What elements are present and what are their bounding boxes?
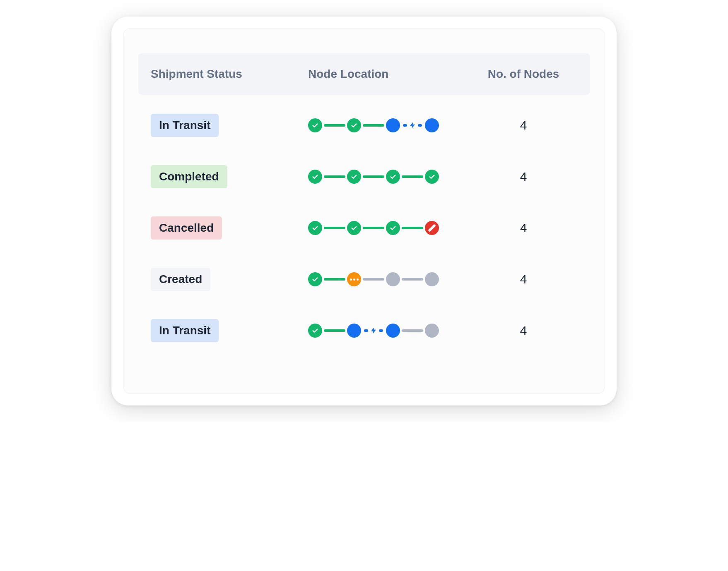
status-badge: In Transit	[151, 319, 219, 342]
table-body: In Transit4Completed4Cancelled4Created4I…	[138, 95, 590, 356]
green-connector	[363, 124, 384, 127]
grey-connector	[402, 278, 423, 281]
grey-connector	[363, 278, 384, 281]
node-progress-track	[308, 272, 470, 286]
node-count: 4	[520, 272, 527, 286]
pending-node-icon	[425, 272, 439, 286]
check-circle-icon	[308, 221, 322, 235]
check-circle-icon	[347, 221, 361, 235]
status-badge: Cancelled	[151, 216, 222, 240]
active-node-icon	[386, 324, 400, 338]
table-row[interactable]: In Transit4	[151, 100, 577, 151]
green-connector	[402, 175, 423, 178]
status-badge: Completed	[151, 165, 227, 188]
node-progress-track	[308, 221, 470, 235]
check-circle-icon	[308, 170, 322, 184]
device-frame: Shipment Status Node Location No. of Nod…	[111, 17, 617, 405]
table-row[interactable]: In Transit4	[151, 305, 577, 356]
node-count: 4	[520, 170, 527, 183]
check-circle-icon	[386, 170, 400, 184]
table-header: Shipment Status Node Location No. of Nod…	[138, 53, 590, 95]
pending-node-icon	[386, 272, 400, 286]
active-node-icon	[425, 118, 439, 132]
header-shipment-status: Shipment Status	[151, 67, 308, 81]
table-row[interactable]: Cancelled4	[151, 202, 577, 254]
check-circle-icon	[347, 170, 361, 184]
green-connector	[324, 175, 345, 178]
processing-node-icon	[347, 272, 361, 286]
check-circle-icon	[308, 324, 322, 338]
node-progress-track	[308, 170, 470, 184]
green-connector	[324, 329, 345, 332]
bolt-connector-icon	[402, 121, 423, 130]
check-circle-icon	[308, 272, 322, 286]
node-progress-track	[308, 324, 470, 338]
table-row[interactable]: Completed4	[151, 151, 577, 202]
bolt-connector-icon	[363, 326, 384, 335]
node-count: 4	[520, 221, 527, 235]
status-badge: In Transit	[151, 114, 219, 137]
node-count: 4	[520, 118, 527, 132]
check-circle-icon	[308, 118, 322, 132]
header-no-of-nodes: No. of Nodes	[470, 67, 577, 81]
active-node-icon	[347, 324, 361, 338]
green-connector	[324, 124, 345, 127]
table-row[interactable]: Created4	[151, 254, 577, 305]
status-badge: Created	[151, 268, 210, 291]
green-connector	[324, 227, 345, 229]
green-connector	[402, 227, 423, 229]
shipment-table-card: Shipment Status Node Location No. of Nod…	[123, 28, 605, 394]
node-count: 4	[520, 324, 527, 337]
green-connector	[324, 278, 345, 281]
check-circle-icon	[425, 170, 439, 184]
header-node-location: Node Location	[308, 67, 470, 81]
check-circle-icon	[386, 221, 400, 235]
node-progress-track	[308, 118, 470, 132]
green-connector	[363, 175, 384, 178]
check-circle-icon	[347, 118, 361, 132]
cancel-node-icon	[425, 221, 439, 235]
grey-connector	[402, 329, 423, 332]
pending-node-icon	[425, 324, 439, 338]
green-connector	[363, 227, 384, 229]
active-node-icon	[386, 118, 400, 132]
